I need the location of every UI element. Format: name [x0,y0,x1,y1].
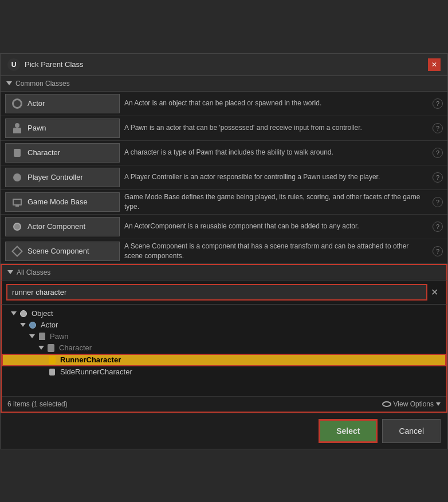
tree-item-runner-character[interactable]: RunnerCharacter [2,354,446,366]
close-button[interactable]: ✕ [428,58,441,71]
character-label: Character [27,148,60,157]
runner-character-icon [48,355,57,365]
character-row: Character A character is a type of Pawn … [1,141,447,165]
scene-component-label: Scene Component [27,247,89,255]
title-bar: U Pick Parent Class ✕ [1,54,447,76]
object-label: Object [32,309,53,318]
view-options-chevron-icon [436,402,441,406]
actor-component-description: An ActorComponent is a reusable componen… [124,222,428,231]
player-controller-icon [11,172,23,183]
game-mode-base-label: Game Mode Base [27,197,88,206]
all-classes-collapse-icon [7,270,13,274]
scene-component-help-icon[interactable]: ? [433,246,443,256]
actor-label: Actor [27,99,45,108]
game-mode-base-button[interactable]: Game Mode Base [5,192,120,212]
dialog-title: Pick Parent Class [25,60,84,69]
tree-item-pawn[interactable]: Pawn [2,331,446,342]
actor-component-row: Actor Component An ActorComponent is a r… [1,215,447,239]
object-icon [19,309,28,318]
actor-tree-icon [28,321,37,330]
object-expand-icon [11,311,17,315]
side-runner-character-label: SideRunnerCharacter [60,367,132,376]
player-controller-description: A Player Controller is an actor responsi… [124,172,428,182]
view-options-label: View Options [394,400,434,408]
scene-component-description: A Scene Component is a component that ha… [124,242,428,261]
common-classes-header: Common Classes [1,76,447,92]
pick-parent-class-dialog: U Pick Parent Class ✕ Common Classes Act… [0,53,448,449]
character-button[interactable]: Character [5,143,120,163]
tree-item-actor[interactable]: Actor [2,319,446,331]
game-mode-base-row: Game Mode Base Game Mode Base defines th… [1,190,447,215]
game-mode-base-help-icon[interactable]: ? [433,197,443,207]
all-classes-label: All Classes [17,268,50,276]
player-controller-label: Player Controller [27,173,83,181]
pawn-row: Pawn A Pawn is an actor that can be 'pos… [1,116,447,141]
all-classes-section: All Classes ✕ Object [1,264,447,413]
actor-component-help-icon[interactable]: ? [433,222,443,232]
runner-character-label: RunnerCharacter [60,355,121,364]
items-status: 6 items (1 selected) [7,400,68,408]
scene-component-icon [11,246,23,257]
pawn-tree-expand-icon [29,334,35,338]
character-tree-expand-icon [38,346,44,350]
status-bar: 6 items (1 selected) View Options [2,396,446,412]
actor-description: An Actor is an object that can be placed… [124,98,428,108]
actor-row: Actor An Actor is an object that can be … [1,92,447,116]
scene-component-button[interactable]: Scene Component [5,242,120,261]
pawn-tree-label: Pawn [50,332,69,341]
class-tree: Object Actor Pawn [2,305,446,396]
character-description: A character is a type of Pawn that inclu… [124,148,428,157]
tree-item-character[interactable]: Character [2,342,446,354]
class-tree-container: Object Actor Pawn [1,305,447,413]
ue-logo-icon: U [7,58,20,71]
eye-icon [382,401,391,407]
character-tree-icon [46,343,56,353]
player-controller-row: Player Controller A Player Controller is… [1,165,447,190]
player-controller-help-icon[interactable]: ? [433,172,443,183]
actor-icon [11,98,23,109]
actor-tree-expand-icon [20,323,26,327]
actor-help-icon[interactable]: ? [433,98,443,109]
view-options-button[interactable]: View Options [382,400,441,408]
character-help-icon[interactable]: ? [433,148,443,158]
collapse-triangle-icon [6,81,12,85]
actor-component-button[interactable]: Actor Component [5,217,120,236]
scene-component-row: Scene Component A Scene Component is a c… [1,239,447,264]
character-icon [11,147,23,159]
tree-item-side-runner-character[interactable]: SideRunnerCharacter [2,366,446,378]
pawn-icon [11,122,23,134]
search-bar: ✕ [1,280,447,305]
all-classes-header: All Classes [1,265,447,280]
bottom-buttons: Select Cancel [1,413,447,449]
game-mode-base-description: Game Mode Base defines the game being pl… [124,192,428,212]
pawn-button[interactable]: Pawn [5,118,120,138]
common-classes-label: Common Classes [15,80,70,88]
pawn-description: A Pawn is an actor that can be 'possesse… [124,123,428,133]
search-clear-button[interactable]: ✕ [427,286,442,299]
side-runner-character-icon [48,367,57,377]
common-classes-section: Common Classes Actor An Actor is an obje… [1,76,447,264]
pawn-help-icon[interactable]: ? [433,123,443,133]
actor-button[interactable]: Actor [5,94,120,113]
actor-component-icon [11,221,23,232]
actor-component-label: Actor Component [27,222,85,231]
character-tree-label: Character [59,343,92,352]
tree-item-object[interactable]: Object [2,308,446,319]
game-mode-base-icon [11,196,23,208]
player-controller-button[interactable]: Player Controller [5,168,120,187]
pawn-tree-icon [37,332,46,341]
cancel-button[interactable]: Cancel [382,419,441,443]
search-input[interactable] [6,284,427,301]
select-button[interactable]: Select [319,419,378,443]
actor-tree-label: Actor [41,321,58,329]
pawn-label: Pawn [27,124,46,132]
